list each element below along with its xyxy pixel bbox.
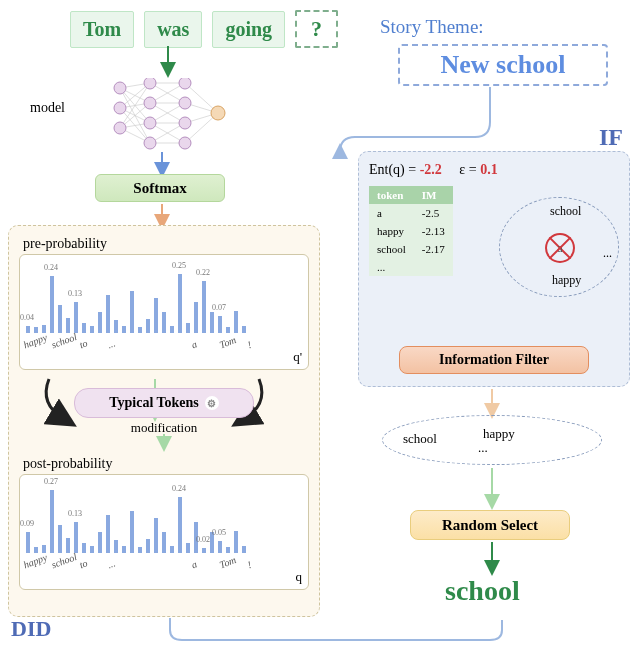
table-header: IM — [414, 186, 453, 204]
input-token: Tom — [70, 11, 134, 48]
post-probability-chart: 0.09 0.27 0.13 0.24 0.02 0.05 — [19, 474, 309, 590]
table-row: ... — [369, 258, 453, 276]
bar-value: 0.24 — [172, 484, 186, 493]
pre-probability-title: pre-probability — [23, 236, 309, 252]
svg-point-28 — [114, 102, 126, 114]
random-select-block: Random Select — [410, 510, 570, 540]
typical-tokens-block: Typical Tokens ⚙ — [74, 388, 254, 418]
svg-point-33 — [144, 137, 156, 149]
bar-value: 0.02 — [196, 535, 210, 544]
softmax-block: Softmax — [95, 174, 225, 202]
q-prime-label: q' — [293, 349, 302, 365]
svg-point-34 — [179, 78, 191, 89]
svg-point-32 — [144, 117, 156, 129]
connector-arrow-icon — [170, 618, 510, 646]
token-set-icon: school a ... happy — [499, 197, 619, 297]
mask-token: ? — [295, 10, 338, 48]
pre-probability-chart: 0.04 0.24 0.13 0.25 0.22 0.07 — [19, 254, 309, 370]
bar-value: 0.13 — [68, 289, 82, 298]
story-theme-box: New school — [398, 44, 608, 86]
svg-point-27 — [114, 82, 126, 94]
bar-value: 0.07 — [212, 303, 226, 312]
did-label: DID — [11, 616, 51, 642]
svg-point-38 — [211, 106, 225, 120]
table-row: happy-2.13 — [369, 222, 453, 240]
gear-icon: ⚙ — [205, 396, 219, 410]
arrow-down-icon — [484, 468, 500, 512]
model-label: model — [30, 100, 65, 116]
q-label: q — [296, 569, 303, 585]
arrow-down-icon — [156, 434, 172, 454]
svg-point-31 — [144, 97, 156, 109]
bar-value: 0.24 — [44, 263, 58, 272]
typical-tokens-label: Typical Tokens — [109, 395, 199, 411]
table-row: a-2.5 — [369, 204, 453, 222]
bar-value: 0.25 — [172, 261, 186, 270]
bar-value: 0.13 — [68, 509, 82, 518]
entropy-line: Ent(q) = -2.2 ε = 0.1 — [369, 162, 619, 178]
table-header: token — [369, 186, 414, 204]
svg-point-29 — [114, 122, 126, 134]
im-table: tokenIM a-2.5 happy-2.13 school-2.17 ... — [369, 186, 453, 276]
input-token-row: Tom was going ? — [70, 10, 338, 48]
bar-value: 0.22 — [196, 268, 210, 277]
post-probability-title: post-probability — [23, 456, 309, 472]
connector-arrow-icon — [340, 87, 500, 161]
svg-point-35 — [179, 97, 191, 109]
neural-net-icon — [110, 78, 230, 160]
table-row: school-2.17 — [369, 240, 453, 258]
input-token: going — [212, 11, 285, 48]
filtered-out-icon: a — [545, 233, 575, 263]
if-label: IF — [599, 124, 623, 151]
output-token: school — [445, 575, 520, 607]
svg-point-30 — [144, 78, 156, 89]
bar-value: 0.27 — [44, 477, 58, 486]
axis-labels: happy school to ... a Tom ! — [26, 335, 302, 363]
story-theme-label: Story Theme: — [380, 16, 484, 38]
axis-labels: happy school to ... a Tom ! — [26, 555, 302, 583]
arrow-down-icon — [484, 542, 500, 578]
bar-value: 0.09 — [20, 519, 34, 528]
candidate-set-icon: school happy ... — [382, 415, 602, 465]
bar-value: 0.04 — [20, 313, 34, 322]
information-filter-block: Information Filter — [399, 346, 589, 374]
svg-point-36 — [179, 117, 191, 129]
input-token: was — [144, 11, 202, 48]
did-panel: pre-probability 0.04 0.24 0.13 0.25 — [8, 225, 320, 617]
bar-value: 0.05 — [212, 528, 226, 537]
if-panel: IF Ent(q) = -2.2 ε = 0.1 tokenIM a-2.5 h… — [358, 151, 630, 387]
arrow-down-icon — [160, 46, 176, 80]
svg-point-37 — [179, 137, 191, 149]
